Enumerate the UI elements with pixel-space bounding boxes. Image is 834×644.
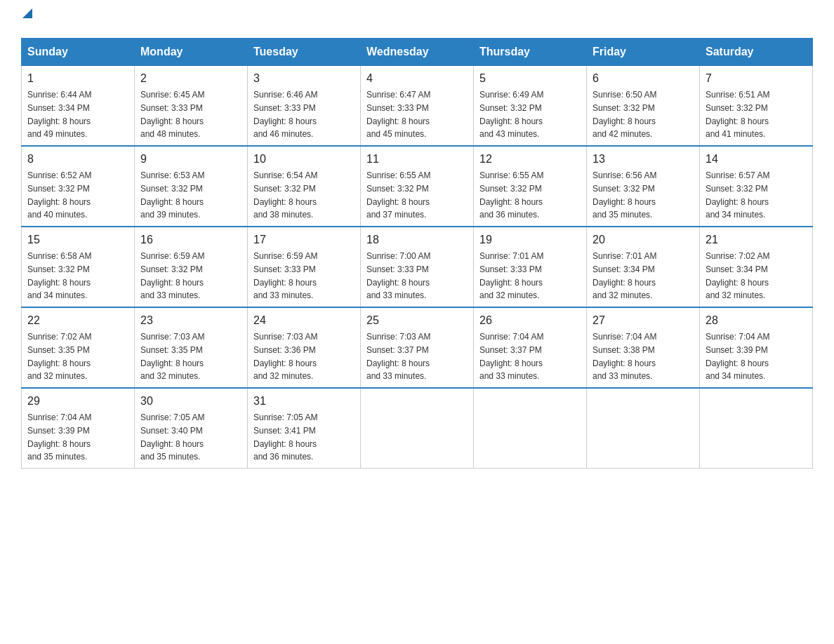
calendar-cell: 17 Sunrise: 6:59 AMSunset: 3:33 PMDaylig… [248, 227, 361, 307]
day-info: Sunrise: 6:45 AMSunset: 3:33 PMDaylight:… [140, 90, 204, 139]
day-number: 19 [479, 232, 581, 248]
day-number: 29 [27, 393, 128, 410]
day-info: Sunrise: 6:51 AMSunset: 3:32 PMDaylight:… [706, 90, 769, 139]
calendar-cell: 13 Sunrise: 6:56 AMSunset: 3:32 PMDaylig… [587, 146, 700, 227]
column-header-saturday: Saturday [700, 39, 813, 66]
day-number: 2 [140, 70, 241, 87]
column-header-tuesday: Tuesday [248, 39, 361, 66]
day-number: 8 [27, 151, 128, 168]
day-info: Sunrise: 7:02 AMSunset: 3:34 PMDaylight:… [706, 251, 769, 300]
column-header-wednesday: Wednesday [361, 39, 474, 66]
calendar-cell [587, 388, 700, 469]
calendar-cell: 21 Sunrise: 7:02 AMSunset: 3:34 PMDaylig… [700, 227, 813, 307]
logo [21, 14, 32, 24]
day-number: 5 [479, 70, 581, 87]
calendar-header-row: SundayMondayTuesdayWednesdayThursdayFrid… [22, 39, 813, 66]
calendar-cell: 23 Sunrise: 7:03 AMSunset: 3:35 PMDaylig… [135, 307, 248, 388]
calendar-week-row: 8 Sunrise: 6:52 AMSunset: 3:32 PMDayligh… [22, 146, 813, 227]
calendar-cell: 24 Sunrise: 7:03 AMSunset: 3:36 PMDaylig… [248, 307, 361, 388]
calendar-cell: 5 Sunrise: 6:49 AMSunset: 3:32 PMDayligh… [474, 66, 587, 147]
day-info: Sunrise: 6:57 AMSunset: 3:32 PMDaylight:… [706, 170, 769, 220]
calendar-cell: 16 Sunrise: 6:59 AMSunset: 3:32 PMDaylig… [135, 227, 248, 307]
day-info: Sunrise: 7:04 AMSunset: 3:39 PMDaylight:… [706, 332, 769, 381]
day-number: 27 [593, 312, 694, 329]
day-number: 28 [706, 312, 807, 329]
day-info: Sunrise: 6:53 AMSunset: 3:32 PMDaylight:… [140, 170, 204, 220]
day-info: Sunrise: 7:01 AMSunset: 3:33 PMDaylight:… [479, 251, 543, 300]
day-info: Sunrise: 7:05 AMSunset: 3:41 PMDaylight:… [253, 412, 317, 462]
calendar-week-row: 29 Sunrise: 7:04 AMSunset: 3:39 PMDaylig… [22, 388, 813, 469]
calendar-cell: 26 Sunrise: 7:04 AMSunset: 3:37 PMDaylig… [474, 307, 587, 388]
calendar-table: SundayMondayTuesdayWednesdayThursdayFrid… [21, 38, 813, 469]
day-info: Sunrise: 6:58 AMSunset: 3:32 PMDaylight:… [27, 251, 91, 300]
calendar-cell: 20 Sunrise: 7:01 AMSunset: 3:34 PMDaylig… [587, 227, 700, 307]
day-info: Sunrise: 6:55 AMSunset: 3:32 PMDaylight:… [479, 170, 543, 220]
day-number: 22 [27, 312, 128, 329]
calendar-cell: 11 Sunrise: 6:55 AMSunset: 3:32 PMDaylig… [361, 146, 474, 227]
column-header-sunday: Sunday [22, 39, 135, 66]
day-number: 16 [140, 232, 241, 248]
calendar-cell: 12 Sunrise: 6:55 AMSunset: 3:32 PMDaylig… [474, 146, 587, 227]
calendar-cell: 18 Sunrise: 7:00 AMSunset: 3:33 PMDaylig… [361, 227, 474, 307]
day-info: Sunrise: 7:03 AMSunset: 3:36 PMDaylight:… [253, 332, 317, 381]
calendar-cell: 25 Sunrise: 7:03 AMSunset: 3:37 PMDaylig… [361, 307, 474, 388]
calendar-cell: 10 Sunrise: 6:54 AMSunset: 3:32 PMDaylig… [248, 146, 361, 227]
day-number: 14 [706, 151, 807, 168]
calendar-cell: 6 Sunrise: 6:50 AMSunset: 3:32 PMDayligh… [587, 66, 700, 147]
day-info: Sunrise: 7:04 AMSunset: 3:37 PMDaylight:… [479, 332, 543, 381]
day-info: Sunrise: 6:50 AMSunset: 3:32 PMDaylight:… [593, 90, 656, 139]
day-info: Sunrise: 6:46 AMSunset: 3:33 PMDaylight:… [253, 90, 317, 139]
day-info: Sunrise: 6:59 AMSunset: 3:33 PMDaylight:… [253, 251, 317, 300]
day-number: 7 [706, 70, 807, 87]
day-info: Sunrise: 6:59 AMSunset: 3:32 PMDaylight:… [140, 251, 204, 300]
day-number: 12 [479, 151, 581, 168]
day-number: 30 [140, 393, 241, 410]
column-header-thursday: Thursday [474, 39, 587, 66]
calendar-cell: 2 Sunrise: 6:45 AMSunset: 3:33 PMDayligh… [135, 66, 248, 147]
calendar-cell: 22 Sunrise: 7:02 AMSunset: 3:35 PMDaylig… [22, 307, 135, 388]
day-info: Sunrise: 7:02 AMSunset: 3:35 PMDaylight:… [27, 332, 91, 381]
calendar-cell: 8 Sunrise: 6:52 AMSunset: 3:32 PMDayligh… [22, 146, 135, 227]
day-number: 17 [253, 232, 355, 248]
calendar-cell: 29 Sunrise: 7:04 AMSunset: 3:39 PMDaylig… [22, 388, 135, 469]
day-info: Sunrise: 6:49 AMSunset: 3:32 PMDaylight:… [479, 90, 543, 139]
day-number: 6 [593, 70, 694, 87]
calendar-cell [474, 388, 587, 469]
calendar-cell: 1 Sunrise: 6:44 AMSunset: 3:34 PMDayligh… [22, 66, 135, 147]
calendar-cell: 3 Sunrise: 6:46 AMSunset: 3:33 PMDayligh… [248, 66, 361, 147]
calendar-week-row: 1 Sunrise: 6:44 AMSunset: 3:34 PMDayligh… [22, 66, 813, 147]
page-header [21, 14, 813, 24]
calendar-week-row: 15 Sunrise: 6:58 AMSunset: 3:32 PMDaylig… [22, 227, 813, 307]
column-header-friday: Friday [587, 39, 700, 66]
day-info: Sunrise: 6:56 AMSunset: 3:32 PMDaylight:… [593, 170, 656, 220]
day-number: 4 [366, 70, 468, 87]
calendar-cell: 7 Sunrise: 6:51 AMSunset: 3:32 PMDayligh… [700, 66, 813, 147]
day-number: 26 [479, 312, 581, 329]
day-number: 1 [27, 70, 128, 87]
day-info: Sunrise: 6:47 AMSunset: 3:33 PMDaylight:… [366, 90, 430, 139]
day-info: Sunrise: 6:55 AMSunset: 3:32 PMDaylight:… [366, 170, 430, 220]
calendar-cell: 19 Sunrise: 7:01 AMSunset: 3:33 PMDaylig… [474, 227, 587, 307]
day-number: 10 [253, 151, 355, 168]
day-number: 31 [253, 393, 355, 410]
calendar-cell: 15 Sunrise: 6:58 AMSunset: 3:32 PMDaylig… [22, 227, 135, 307]
day-number: 25 [366, 312, 468, 329]
day-info: Sunrise: 7:01 AMSunset: 3:34 PMDaylight:… [593, 251, 656, 300]
calendar-cell: 4 Sunrise: 6:47 AMSunset: 3:33 PMDayligh… [361, 66, 474, 147]
calendar-cell: 27 Sunrise: 7:04 AMSunset: 3:38 PMDaylig… [587, 307, 700, 388]
day-number: 11 [366, 151, 468, 168]
calendar-cell [361, 388, 474, 469]
day-info: Sunrise: 7:03 AMSunset: 3:37 PMDaylight:… [366, 332, 430, 381]
day-number: 24 [253, 312, 355, 329]
day-info: Sunrise: 7:03 AMSunset: 3:35 PMDaylight:… [140, 332, 204, 381]
day-number: 3 [253, 70, 355, 87]
column-header-monday: Monday [135, 39, 248, 66]
calendar-cell: 30 Sunrise: 7:05 AMSunset: 3:40 PMDaylig… [135, 388, 248, 469]
calendar-week-row: 22 Sunrise: 7:02 AMSunset: 3:35 PMDaylig… [22, 307, 813, 388]
logo-triangle-icon [22, 8, 32, 18]
day-info: Sunrise: 7:05 AMSunset: 3:40 PMDaylight:… [140, 412, 204, 462]
calendar-cell: 28 Sunrise: 7:04 AMSunset: 3:39 PMDaylig… [700, 307, 813, 388]
calendar-cell: 9 Sunrise: 6:53 AMSunset: 3:32 PMDayligh… [135, 146, 248, 227]
day-number: 20 [593, 232, 694, 248]
day-info: Sunrise: 7:04 AMSunset: 3:38 PMDaylight:… [593, 332, 656, 381]
